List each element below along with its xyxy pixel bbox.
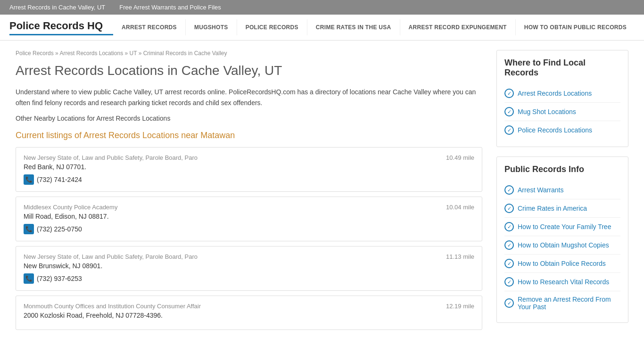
topbar-link-0[interactable]: Arrest Records in Cache Valley, UT <box>9 4 105 11</box>
location-phone-2: 📞 (732) 937-6253 <box>24 273 474 284</box>
location-name-3: Monmouth County Offices and Institution … <box>24 303 201 310</box>
breadcrumb-cache-valley[interactable]: Criminal Records in Cache Valley <box>143 50 227 57</box>
check-icon-1: ✓ <box>504 107 514 116</box>
location-address-1: Mill Road, Edison, NJ 08817. <box>24 213 474 220</box>
sidebar-local-title: Where to Find Local Records <box>504 58 620 78</box>
check-icon-7: ✓ <box>504 259 514 268</box>
location-card-2: New Jersey State of, Law and Public Safe… <box>16 246 482 291</box>
check-icon-3: ✓ <box>504 185 514 195</box>
page-title: Arrest Records Locations in Cache Valley… <box>16 62 482 79</box>
location-address-3: 2000 Kozloski Road, Freehold, NJ 07728-4… <box>24 312 474 319</box>
sidebar-label-vital-records: How to Research Vital Records <box>518 278 609 286</box>
location-card-0: New Jersey State of, Law and Public Safe… <box>16 147 482 192</box>
location-distance-3: 12.19 mile <box>446 303 474 310</box>
sidebar-link-crime-rates[interactable]: ✓ Crime Rates in America <box>504 199 620 218</box>
header: Police Records HQ ARREST RECORDS MUGSHOT… <box>0 15 644 41</box>
location-name-2: New Jersey State of, Law and Public Safe… <box>24 253 198 260</box>
breadcrumb: Police Records » Arrest Records Location… <box>16 50 482 57</box>
sidebar-link-mug-shots[interactable]: ✓ Mug Shot Locations <box>504 103 620 121</box>
nav-crime-rates[interactable]: CRIME RATES IN THE USA <box>307 19 400 35</box>
check-icon-9: ✓ <box>504 298 514 308</box>
nav-arrest-records[interactable]: ARREST RECORDS <box>113 19 186 35</box>
sidebar-link-arrest-warrants[interactable]: ✓ Arrest Warrants <box>504 181 620 199</box>
check-icon-4: ✓ <box>504 204 514 213</box>
topbar-link-1[interactable]: Free Arrest Warrants and Police Files <box>119 4 221 11</box>
check-icon-6: ✓ <box>504 240 514 250</box>
nav-police-records[interactable]: POLICE RECORDS <box>237 19 307 35</box>
sidebar-link-obtain-police-records[interactable]: ✓ How to Obtain Police Records <box>504 255 620 273</box>
nearby-text: Other Nearby Locations for Arrest Record… <box>16 115 482 122</box>
location-name-0: New Jersey State of, Law and Public Safe… <box>24 154 198 161</box>
sidebar-public-title: Public Records Info <box>504 165 620 174</box>
breadcrumb-police-records[interactable]: Police Records <box>16 50 54 57</box>
sidebar-label-obtain-police-records: How to Obtain Police Records <box>518 260 606 267</box>
main-nav: ARREST RECORDS MUGSHOTS POLICE RECORDS C… <box>113 19 635 35</box>
phone-icon-0: 📞 <box>24 174 34 185</box>
sidebar-public-records: Public Records Info ✓ Arrest Warrants ✓ … <box>496 156 628 323</box>
location-distance-2: 11.13 mile <box>446 253 474 260</box>
sidebar-link-arrest-locations[interactable]: ✓ Arrest Records Locations <box>504 84 620 103</box>
nav-public-records[interactable]: HOW TO OBTAIN PUBLIC RECORDS <box>516 19 635 35</box>
sidebar-link-family-tree[interactable]: ✓ How to Create Your Family Tree <box>504 218 620 236</box>
phone-number-0[interactable]: (732) 741-2424 <box>37 176 82 183</box>
location-card-1: Middlesex County Police Academy 10.04 mi… <box>16 197 482 241</box>
location-phone-1: 📞 (732) 225-0750 <box>24 224 474 234</box>
sidebar-link-police-records[interactable]: ✓ Police Records Locations <box>504 121 620 139</box>
location-name-1: Middlesex County Police Academy <box>24 204 117 211</box>
phone-number-1[interactable]: (732) 225-0750 <box>37 225 82 233</box>
sidebar-label-arrest-locations: Arrest Records Locations <box>518 90 592 97</box>
phone-icon-1: 📞 <box>24 224 34 234</box>
location-phone-0: 📞 (732) 741-2424 <box>24 174 474 185</box>
logo[interactable]: Police Records HQ <box>9 20 113 35</box>
nav-expungement[interactable]: ARREST RECORD EXPUNGEMENT <box>400 19 516 35</box>
location-address-2: New Brunswick, NJ 08901. <box>24 262 474 270</box>
sidebar-link-vital-records[interactable]: ✓ How to Research Vital Records <box>504 273 620 291</box>
sidebar-label-mug-shots: Mug Shot Locations <box>518 108 576 115</box>
location-distance-0: 10.49 mile <box>446 154 474 161</box>
breadcrumb-arrest-locations[interactable]: Arrest Records Locations <box>59 50 123 57</box>
breadcrumb-ut[interactable]: UT <box>130 50 137 57</box>
sidebar-local-records: Where to Find Local Records ✓ Arrest Rec… <box>496 50 628 147</box>
location-distance-1: 10.04 mile <box>446 204 474 211</box>
sidebar-link-remove-arrest[interactable]: ✓ Remove an Arrest Record From Your Past <box>504 291 620 315</box>
check-icon-2: ✓ <box>504 125 514 135</box>
location-card-3: Monmouth County Offices and Institution … <box>16 296 482 330</box>
sidebar-label-police-records: Police Records Locations <box>518 126 592 134</box>
check-icon-8: ✓ <box>504 277 514 287</box>
sidebar-label-family-tree: How to Create Your Family Tree <box>518 223 611 230</box>
nav-mugshots[interactable]: MUGSHOTS <box>186 19 237 35</box>
content-area: Police Records » Arrest Records Location… <box>16 50 482 335</box>
sidebar: Where to Find Local Records ✓ Arrest Rec… <box>496 50 628 335</box>
sidebar-label-remove-arrest: Remove an Arrest Record From Your Past <box>518 296 620 311</box>
sidebar-label-mugshot-copies: How to Obtain Mugshot Copies <box>518 241 609 249</box>
main-container: Police Records » Arrest Records Location… <box>6 41 638 344</box>
top-bar: Arrest Records in Cache Valley, UT Free … <box>0 0 644 15</box>
check-icon-0: ✓ <box>504 89 514 98</box>
phone-icon-2: 📞 <box>24 273 34 284</box>
sidebar-label-arrest-warrants: Arrest Warrants <box>518 186 564 194</box>
sidebar-label-crime-rates: Crime Rates in America <box>518 205 587 212</box>
page-description: Understand where to view public Cache Va… <box>16 87 482 108</box>
phone-number-2[interactable]: (732) 937-6253 <box>37 275 82 282</box>
location-address-0: Red Bank, NJ 07701. <box>24 163 474 171</box>
section-heading: Current listings of Arrest Records Locat… <box>16 131 482 140</box>
sidebar-link-mugshot-copies[interactable]: ✓ How to Obtain Mugshot Copies <box>504 236 620 255</box>
check-icon-5: ✓ <box>504 222 514 231</box>
